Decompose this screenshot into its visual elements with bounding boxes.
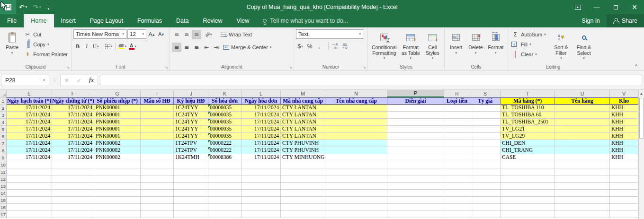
cell-M17[interactable] <box>281 211 325 218</box>
cell-N13[interactable] <box>325 183 387 190</box>
cell-T16[interactable] <box>501 204 555 211</box>
column-header-G[interactable]: G <box>94 90 141 97</box>
cell-S14[interactable] <box>470 190 501 197</box>
cell-F6[interactable]: 17/11/2024 <box>52 133 94 140</box>
cell-U9[interactable] <box>555 154 610 161</box>
customize-qat-button[interactable]: —▾ <box>44 4 54 10</box>
row-header-10[interactable]: 10 <box>0 161 7 168</box>
cell-F3[interactable]: 17/11/2024 <box>52 112 94 119</box>
cell-I5[interactable] <box>141 126 174 133</box>
cell-L11[interactable] <box>242 168 281 175</box>
insert-function-button[interactable]: fx <box>85 77 98 84</box>
minimize-button[interactable]: — <box>587 0 606 14</box>
cell-G6[interactable]: PNK00001 <box>94 133 141 140</box>
cell-N9[interactable] <box>325 154 387 161</box>
cell-R4[interactable] <box>444 119 470 126</box>
row-header-17[interactable]: 17 <box>0 211 7 218</box>
cell-N14[interactable] <box>325 190 387 197</box>
header-cell-E1[interactable]: Ngày hạch toán (*) <box>7 97 52 105</box>
cell-G2[interactable]: PNK00001 <box>94 105 141 112</box>
cell-N11[interactable] <box>325 168 387 175</box>
header-cell-V1[interactable]: Kho <box>610 97 638 105</box>
cell-P4[interactable] <box>387 119 444 126</box>
tab-home[interactable]: Home <box>24 14 54 27</box>
cell-F2[interactable]: 17/11/2024 <box>52 105 94 112</box>
cell-R10[interactable] <box>444 161 470 168</box>
row-header-2[interactable]: 2 <box>0 105 7 112</box>
cell-F17[interactable] <box>52 211 94 218</box>
row-header-11[interactable]: 11 <box>0 168 7 175</box>
cell-V11[interactable] <box>610 168 638 175</box>
column-header-F[interactable]: F <box>52 90 94 97</box>
cell-U3[interactable] <box>555 112 610 119</box>
header-cell-N1[interactable]: Tên nhà cung cấp <box>325 97 387 105</box>
column-header-V[interactable]: V <box>610 90 638 97</box>
header-cell-T1[interactable]: Mã hàng (*) <box>501 97 555 105</box>
cell-N5[interactable] <box>325 126 387 133</box>
cell-S4[interactable] <box>470 119 501 126</box>
cell-L15[interactable] <box>242 197 281 204</box>
cell-K15[interactable] <box>208 197 242 204</box>
header-cell-L1[interactable]: Ngày hóa đơn <box>242 97 281 105</box>
cell-J9[interactable]: 1K24TMH <box>174 154 208 161</box>
cell-R9[interactable] <box>444 154 470 161</box>
header-cell-U1[interactable]: Tên hàng <box>555 97 610 105</box>
cell-G3[interactable]: PNK00001 <box>94 112 141 119</box>
cell-S2[interactable] <box>470 105 501 112</box>
cell-T13[interactable] <box>501 183 555 190</box>
cell-S7[interactable] <box>470 140 501 147</box>
fill-button[interactable]: ↓Fill▾ <box>510 39 550 49</box>
header-cell-G1[interactable]: Số phiếu nhập (*) <box>94 97 141 105</box>
cell-M3[interactable]: CTY LANTAN <box>281 112 325 119</box>
cell-N3[interactable] <box>325 112 387 119</box>
cell-T12[interactable] <box>501 175 555 183</box>
cell-P5[interactable] <box>387 126 444 133</box>
cell-E4[interactable]: 17/11/2024 <box>7 119 52 126</box>
cell-K10[interactable] <box>208 161 242 168</box>
column-header-P[interactable]: P <box>387 90 444 97</box>
cell-L4[interactable]: 17/11/2024 <box>242 119 281 126</box>
cell-P2[interactable] <box>387 105 444 112</box>
cell-M13[interactable] <box>281 183 325 190</box>
cell-P14[interactable] <box>387 190 444 197</box>
column-header-E[interactable]: E <box>7 90 52 97</box>
cell-J11[interactable] <box>174 168 208 175</box>
cell-U6[interactable] <box>555 133 610 140</box>
column-header-T[interactable]: T <box>501 90 555 97</box>
cell-F11[interactable] <box>52 168 94 175</box>
cell-M11[interactable] <box>281 168 325 175</box>
cell-I15[interactable] <box>141 197 174 204</box>
cell-I11[interactable] <box>141 168 174 175</box>
select-all-corner[interactable] <box>0 90 7 97</box>
cell-T8[interactable]: CHI_TRANG <box>501 147 555 154</box>
tab-data[interactable]: Data <box>169 14 196 27</box>
tab-view[interactable]: View <box>229 14 256 27</box>
cell-T9[interactable]: CASE <box>501 154 555 161</box>
scroll-up-arrow[interactable]: ▲ <box>639 90 644 97</box>
row-header-14[interactable]: 14 <box>0 190 7 197</box>
cell-I7[interactable] <box>141 140 174 147</box>
increase-indent-button[interactable]: ⇥ <box>212 43 221 52</box>
cell-V8[interactable]: KHH <box>610 147 638 154</box>
cell-E14[interactable] <box>7 190 52 197</box>
row-header-12[interactable]: 12 <box>0 175 7 183</box>
cell-N2[interactable] <box>325 105 387 112</box>
cell-E9[interactable]: 17/11/2024 <box>7 154 52 161</box>
cell-V7[interactable]: KHH <box>610 140 638 147</box>
cell-G17[interactable] <box>94 211 141 218</box>
header-cell-S1[interactable]: Tỷ giá <box>470 97 501 105</box>
close-button[interactable]: × <box>625 0 644 14</box>
cell-E5[interactable]: 17/11/2024 <box>7 126 52 133</box>
cell-T11[interactable] <box>501 168 555 175</box>
cell-U2[interactable] <box>555 105 610 112</box>
cell-E8[interactable]: 17/11/2024 <box>7 147 52 154</box>
cell-U11[interactable] <box>555 168 610 175</box>
cell-L12[interactable] <box>242 175 281 183</box>
cell-I12[interactable] <box>141 175 174 183</box>
row-header-3[interactable]: 3 <box>0 112 7 119</box>
decrease-font-size-button[interactable]: A▼ <box>157 29 165 39</box>
cell-M9[interactable]: CTY MINHUONG <box>281 154 325 161</box>
cell-K5[interactable]: 00000035 <box>208 126 242 133</box>
cell-R14[interactable] <box>444 190 470 197</box>
find-select-button[interactable]: Find & Select▾ <box>572 29 595 62</box>
